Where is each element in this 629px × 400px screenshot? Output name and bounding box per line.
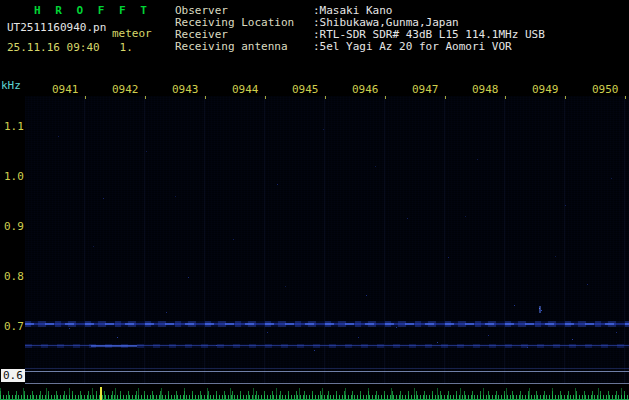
freq-axis-label-highlighted: 0.6: [1, 369, 25, 382]
event-marker-yellow: [100, 387, 102, 400]
pale-line-0p62khz: [25, 371, 629, 372]
info-value-location: :Shibukawa,Gunma,Japan: [313, 17, 459, 28]
time-axis-tick: [445, 96, 446, 99]
time-axis-tick: [505, 96, 506, 99]
spectrogram-plot: [25, 96, 629, 384]
time-axis-tick: [325, 96, 326, 99]
info-value-observer: :Masaki Kano: [313, 5, 392, 16]
time-axis-tick: [85, 96, 86, 99]
time-axis-label: 0941: [52, 84, 79, 95]
meteor-echo-blip: [539, 306, 541, 313]
freq-axis-label: 0.8: [4, 271, 24, 282]
time-axis-label: 0950: [592, 84, 619, 95]
info-label-observer: Observer: [175, 5, 228, 16]
signal-level-strip: [0, 385, 629, 400]
app-title: H R O F F T: [34, 5, 151, 16]
info-label-receiver: Receiver: [175, 29, 228, 40]
freq-axis-label: 0.7: [4, 321, 24, 332]
plot-bottom-line: [25, 383, 629, 384]
time-axis-label: 0949: [532, 84, 559, 95]
time-axis-tick: [385, 96, 386, 99]
hrofft-screen: H R O F F T UT2511160940.pn meteor 25.11…: [0, 0, 629, 400]
carrier-band-0p70khz-core: [25, 323, 629, 325]
freq-axis-unit: kHz: [1, 80, 21, 91]
time-axis-tick: [265, 96, 266, 99]
info-value-receiver: :RTL-SDR SDR# 43dB L15 114.1MHz USB: [313, 29, 545, 40]
faint-line-0p63khz: [25, 368, 629, 369]
time-axis-tick: [625, 96, 626, 99]
spectrogram-noise: [25, 96, 26, 97]
time-axis-label: 0943: [172, 84, 199, 95]
time-axis-label: 0942: [112, 84, 139, 95]
time-axis-label: 0946: [352, 84, 379, 95]
time-axis-tick: [145, 96, 146, 99]
output-filename: UT2511160940.pn: [7, 22, 106, 33]
freq-axis-label: 1.1: [4, 121, 24, 132]
time-axis-label: 0948: [472, 84, 499, 95]
freq-axis-label: 1.0: [4, 171, 24, 182]
info-label-location: Receiving Location: [175, 17, 294, 28]
echo-segment: [91, 345, 137, 347]
info-label-antenna: Receiving antenna: [175, 41, 288, 52]
time-axis-label: 0944: [232, 84, 259, 95]
datetime-label: 25.11.16 09:40 1.: [7, 42, 133, 53]
info-value-antenna: :5el Yagi Az 20 for Aomori VOR: [313, 41, 512, 52]
time-axis-label: 0945: [292, 84, 319, 95]
mode-label: meteor: [112, 28, 152, 39]
freq-axis-label: 0.9: [4, 221, 24, 232]
time-axis-label: 0947: [412, 84, 439, 95]
time-axis-tick: [565, 96, 566, 99]
time-axis-tick: [205, 96, 206, 99]
